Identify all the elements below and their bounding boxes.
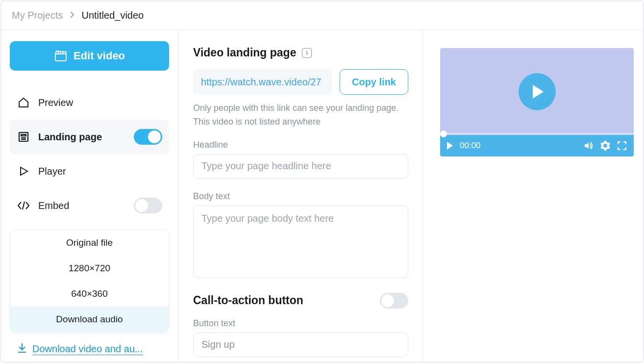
breadcrumb-current: Untitled_video	[81, 10, 144, 21]
sidebar-item-label: Embed	[38, 200, 69, 211]
landing-page-toggle[interactable]	[134, 129, 162, 145]
headline-label: Headline	[193, 140, 408, 150]
edit-video-button[interactable]: Edit video	[10, 41, 169, 71]
info-icon[interactable]: i	[302, 48, 312, 58]
body-text-input[interactable]	[193, 206, 408, 278]
share-help-text: Only people with this link can see your …	[193, 102, 408, 129]
video-player: 00:00	[440, 48, 634, 156]
headline-input[interactable]	[193, 154, 408, 179]
fullscreen-icon[interactable]	[617, 141, 627, 151]
sidebar-item-preview[interactable]: Preview	[10, 85, 169, 120]
svg-rect-2	[21, 134, 26, 136]
download-options-panel: Original file 1280×720 640×360 Download …	[10, 230, 169, 333]
scrubber-track[interactable]	[440, 133, 634, 135]
play-icon	[533, 85, 544, 99]
download-option-1280[interactable]: 1280×720	[10, 256, 169, 281]
main-panel: Video landing page i https://watch.wave.…	[178, 30, 423, 363]
gear-icon[interactable]	[600, 141, 610, 151]
svg-line-5	[23, 202, 25, 209]
download-icon	[17, 342, 27, 356]
volume-icon[interactable]	[584, 141, 594, 151]
page-icon	[17, 130, 30, 144]
breadcrumb: My Projects Untitled_video	[1, 1, 643, 30]
sidebar-item-label: Landing page	[38, 131, 102, 143]
breadcrumb-root[interactable]: My Projects	[12, 10, 63, 21]
sidebar-item-player[interactable]: Player	[10, 154, 169, 188]
scrubber-handle[interactable]	[440, 130, 447, 137]
body-text-label: Body text	[193, 191, 408, 202]
play-outline-icon	[17, 164, 30, 178]
sidebar: Edit video Preview Landing page Pla	[1, 30, 178, 363]
sidebar-item-landing-page[interactable]: Landing page	[10, 120, 169, 154]
share-url-box[interactable]: https://watch.wave.video/27	[193, 69, 332, 95]
embed-toggle[interactable]	[134, 198, 162, 213]
button-text-label: Button text	[193, 318, 408, 329]
svg-rect-1	[19, 132, 28, 141]
sidebar-item-embed[interactable]: Embed	[10, 188, 169, 223]
video-controls: 00:00	[440, 135, 634, 156]
copy-link-button[interactable]: Copy link	[340, 69, 408, 95]
video-canvas[interactable]	[440, 48, 634, 135]
play-button[interactable]	[519, 73, 556, 110]
button-text-input[interactable]	[193, 333, 408, 357]
download-video-audio-link[interactable]: Download video and au...	[10, 342, 169, 356]
code-icon	[17, 199, 30, 212]
edit-video-label: Edit video	[74, 50, 125, 62]
svg-rect-0	[55, 54, 66, 61]
download-option-original[interactable]: Original file	[10, 230, 169, 256]
chevron-right-icon	[70, 11, 74, 20]
download-option-640[interactable]: 640×360	[10, 281, 169, 307]
home-icon	[17, 96, 30, 109]
sidebar-item-label: Player	[38, 166, 66, 177]
cta-toggle[interactable]	[380, 293, 408, 309]
cta-section-title: Call-to-action button	[193, 294, 303, 307]
download-link-label: Download video and au...	[32, 343, 143, 355]
download-option-audio[interactable]: Download audio	[10, 307, 169, 332]
time-display: 00:00	[460, 141, 481, 151]
preview-panel: 00:00	[423, 30, 644, 363]
play-small-icon[interactable]	[447, 142, 453, 150]
clapperboard-icon	[54, 49, 68, 63]
sidebar-item-label: Preview	[38, 97, 73, 108]
section-title: Video landing page	[193, 46, 296, 59]
